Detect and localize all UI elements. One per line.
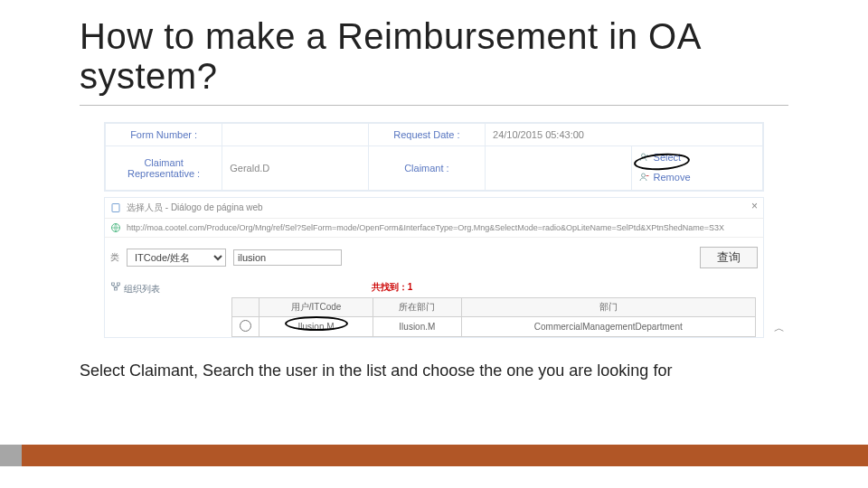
footer-orange-block bbox=[22, 445, 868, 466]
row-radio[interactable] bbox=[240, 320, 251, 332]
svg-rect-6 bbox=[115, 288, 118, 291]
dialog-close-button[interactable]: × bbox=[751, 200, 758, 212]
svg-rect-2 bbox=[112, 204, 119, 212]
search-button[interactable]: 查询 bbox=[700, 247, 758, 268]
remove-claimant-link[interactable]: Remove bbox=[639, 172, 691, 183]
tree-icon bbox=[110, 281, 121, 292]
dialog-url-text: http://moa.cootel.com/Produce/Org/Mng/re… bbox=[127, 223, 758, 232]
scroll-up-caret-icon[interactable]: ︿ bbox=[774, 321, 785, 336]
row-radio-cell bbox=[232, 317, 259, 337]
result-table-header: 用户/ITCode 所在部门 部门 bbox=[232, 298, 756, 317]
remove-claimant-label: Remove bbox=[654, 172, 691, 183]
search-type-select[interactable]: ITCode/姓名 bbox=[127, 249, 226, 267]
form-number-label: Form Number : bbox=[106, 124, 222, 146]
svg-rect-5 bbox=[118, 283, 120, 286]
form-row-2: Claimant Representative : Gerald.D Claim… bbox=[106, 146, 763, 191]
col-select bbox=[232, 298, 259, 317]
form-number-value bbox=[222, 124, 369, 146]
org-tree-button[interactable]: 组织列表 bbox=[110, 281, 160, 296]
form-panel: Form Number : Request Date : 24/10/2015 … bbox=[104, 122, 764, 192]
result-header: 组织列表 共找到：1 bbox=[105, 277, 763, 297]
result-table: 用户/ITCode 所在部门 部门 Ilusion.M Ilusion.M Co… bbox=[231, 297, 756, 337]
form-row-1: Form Number : Request Date : 24/10/2015 … bbox=[106, 124, 763, 146]
claimant-rep-label: Claimant Representative : bbox=[106, 146, 222, 191]
request-date-label: Request Date : bbox=[368, 124, 485, 146]
claimant-actions-cell: Select Remove bbox=[631, 146, 762, 191]
page-icon bbox=[110, 202, 121, 213]
svg-point-0 bbox=[641, 154, 645, 157]
claimant-rep-value: Gerald.D bbox=[222, 146, 369, 191]
footer-grey-block bbox=[0, 445, 22, 466]
svg-rect-4 bbox=[112, 283, 115, 286]
search-input[interactable] bbox=[233, 249, 342, 266]
select-claimant-link[interactable]: Select bbox=[639, 152, 682, 163]
globe-icon bbox=[110, 222, 121, 233]
row-department: CommercialManagementDepartment bbox=[461, 317, 755, 337]
svg-point-1 bbox=[641, 174, 645, 177]
search-type-label: 类 bbox=[110, 251, 119, 264]
form-table: Form Number : Request Date : 24/10/2015 … bbox=[105, 123, 763, 191]
select-user-dialog: 选择人员 - Diálogo de página web × http://mo… bbox=[104, 197, 764, 338]
search-row: 类 ITCode/姓名 查询 bbox=[105, 238, 763, 277]
slide-title: How to make a Reimbursement in OA system… bbox=[80, 16, 788, 96]
dialog-titlebar: 选择人员 - Diálogo de página web × bbox=[105, 198, 763, 219]
col-department: 部门 bbox=[461, 298, 755, 317]
select-claimant-label: Select bbox=[654, 152, 682, 163]
org-tree-label: 组织列表 bbox=[124, 284, 160, 294]
dialog-title-text: 选择人员 - Diálogo de página web bbox=[127, 202, 263, 214]
claimant-label: Claimant : bbox=[368, 146, 485, 191]
request-date-value: 24/10/2015 05:43:00 bbox=[486, 124, 763, 146]
dialog-url-bar: http://moa.cootel.com/Produce/Org/Mng/re… bbox=[105, 219, 763, 238]
slide-caption: Select Claimant, Search the user in the … bbox=[80, 361, 788, 380]
claimant-value bbox=[486, 146, 632, 191]
dialog-wrapper: 选择人员 - Diálogo de página web × http://mo… bbox=[80, 197, 788, 338]
result-row[interactable]: Ilusion.M Ilusion.M CommercialManagement… bbox=[232, 317, 756, 337]
person-remove-icon bbox=[639, 172, 650, 183]
col-dept: 所在部门 bbox=[373, 298, 461, 317]
row-user: Ilusion.M bbox=[298, 322, 335, 332]
title-divider bbox=[80, 105, 788, 106]
row-user-cell: Ilusion.M bbox=[259, 317, 373, 337]
result-count: 共找到：1 bbox=[372, 281, 413, 296]
person-add-icon bbox=[639, 152, 650, 163]
col-user: 用户/ITCode bbox=[259, 298, 373, 317]
row-dept: Ilusion.M bbox=[373, 317, 461, 337]
footer-bar bbox=[0, 445, 868, 466]
slide: How to make a Reimbursement in OA system… bbox=[0, 0, 868, 488]
